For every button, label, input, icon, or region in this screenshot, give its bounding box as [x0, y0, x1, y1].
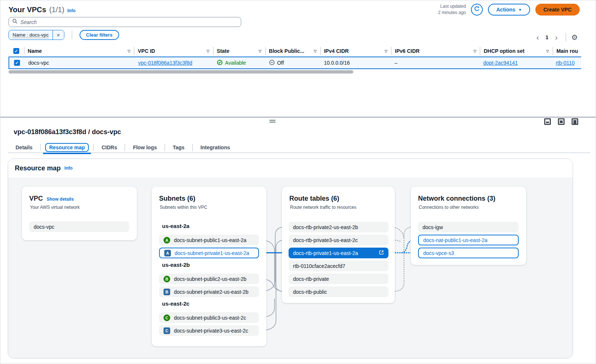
- pagination: ‹ 1 › ⚙: [533, 33, 578, 42]
- column-header-vpc-id[interactable]: VPC ID▽: [134, 45, 213, 57]
- az-label-us-east-2a: us-east-2a: [162, 223, 189, 229]
- create-vpc-button[interactable]: Create VPC: [535, 4, 580, 16]
- page-title: Your VPCs: [9, 6, 46, 14]
- column-header-ipv4-cidr[interactable]: IPv4 CIDR▽: [320, 45, 391, 57]
- filter-chip-label[interactable]: Name : docs-vpc: [9, 30, 53, 40]
- filter-chip-remove-icon[interactable]: ×: [53, 30, 64, 40]
- next-page-button[interactable]: ›: [552, 33, 560, 42]
- column-header-block-public[interactable]: Block Public...▽: [265, 45, 320, 57]
- prev-page-button[interactable]: ‹: [533, 33, 542, 42]
- info-link[interactable]: Info: [67, 8, 75, 13]
- panel-layout-split-icon[interactable]: [558, 118, 565, 125]
- resource-map-container: Resource map Info: [8, 159, 573, 358]
- connection-node-nat-highlighted[interactable]: docs-nat-public1-us-east-2a: [418, 235, 519, 245]
- subnet-node-public3[interactable]: C docs-subnet-public3-us-east-2c: [159, 312, 259, 323]
- az-label-us-east-2c: us-east-2c: [162, 300, 189, 307]
- network-connections-card-title: Network connections (3): [418, 195, 495, 203]
- filter-divider: [72, 30, 72, 40]
- tab-details[interactable]: Details: [8, 142, 40, 153]
- column-header-name[interactable]: Name▽: [24, 45, 134, 57]
- private-subnet-icon: C: [164, 327, 170, 334]
- sort-icon[interactable]: ▽: [206, 49, 209, 53]
- public-subnet-icon: C: [164, 314, 170, 321]
- main-route-table-link[interactable]: rtb-0110: [556, 60, 575, 66]
- column-header-dhcp-option-set[interactable]: DHCP option set▽: [480, 45, 553, 57]
- tab-integrations[interactable]: Integrations: [193, 142, 238, 153]
- route-table-node-main[interactable]: rtb-0110cface2acecfd7: [289, 261, 388, 271]
- split-panel-drag-handle[interactable]: [269, 120, 276, 123]
- vpc-node[interactable]: docs-vpc: [29, 221, 129, 232]
- route-tables-card: Route tables (6) Route network traffic t…: [282, 187, 395, 303]
- private-subnet-icon: B: [164, 289, 170, 295]
- table-settings-gear-icon[interactable]: ⚙: [571, 33, 578, 41]
- row-checkbox-cell: ✓: [9, 60, 25, 66]
- actions-button[interactable]: Actions ▼: [488, 4, 530, 16]
- column-header-main-route-table[interactable]: Main rou: [553, 45, 581, 57]
- filter-chip: Name : docs-vpc ×: [9, 30, 64, 40]
- panel-layout-bottom-icon[interactable]: [544, 118, 551, 125]
- sort-icon[interactable]: ▽: [128, 49, 131, 53]
- refresh-button[interactable]: [471, 4, 483, 16]
- subnet-node-private3[interactable]: C docs-subnet-private3-us-east-2c: [159, 325, 259, 336]
- panel-layout-controls: [544, 118, 578, 125]
- subnets-card-title: Subnets (6): [159, 195, 195, 203]
- route-table-node-public[interactable]: docs-rtb-public: [289, 286, 388, 297]
- tab-flow-logs[interactable]: Flow logs: [125, 142, 165, 153]
- search-input[interactable]: [20, 19, 238, 25]
- public-subnet-icon: B: [164, 276, 170, 282]
- route-table-node-private[interactable]: docs-rtb-private: [289, 273, 388, 284]
- cell-main-route-table: rtb-0110: [552, 60, 581, 66]
- subnet-node-private2[interactable]: B docs-subnet-private2-us-east-2b: [159, 286, 259, 297]
- vpc-card-title: VPC: [29, 195, 43, 203]
- subnet-node-private1-selected[interactable]: A docs-subnet-private1-us-east-2a: [159, 248, 259, 258]
- vpc-id-link[interactable]: vpc-018f086a13f3c3f8d: [138, 60, 192, 66]
- header-checkbox-cell: ✓: [9, 45, 24, 57]
- table-row[interactable]: ✓ docs-vpc vpc-018f086a13f3c3f8d Availab…: [9, 57, 581, 69]
- sort-icon[interactable]: ▽: [474, 49, 477, 53]
- column-header-ipv6-cidr[interactable]: IPv6 CIDR▽: [391, 45, 480, 57]
- page-header: Your VPCs (1/1) Info: [9, 6, 75, 14]
- private-subnet-icon: A: [164, 250, 171, 256]
- vpc-console-screen: Your VPCs (1/1) Info Last updated 2 minu…: [0, 0, 596, 364]
- external-link-icon[interactable]: [379, 250, 384, 256]
- cell-name: docs-vpc: [25, 60, 135, 66]
- sort-icon[interactable]: ▽: [314, 49, 317, 53]
- cell-vpc-id: vpc-018f086a13f3c3f8d: [134, 60, 213, 66]
- tab-cidrs[interactable]: CIDRs: [94, 142, 125, 153]
- available-check-icon: [217, 59, 223, 67]
- sort-icon[interactable]: ▽: [259, 49, 262, 53]
- detail-panel-title: vpc-018f086a13f3c3f8d / docs-vpc: [14, 128, 121, 136]
- resource-map-title: Resource map: [15, 164, 61, 172]
- cell-dhcp-option-set: dopt-2ac94141: [479, 60, 552, 66]
- row-checkbox[interactable]: ✓: [14, 60, 20, 66]
- current-page[interactable]: 1: [543, 34, 551, 40]
- dhcp-option-set-link[interactable]: dopt-2ac94141: [483, 60, 518, 66]
- tab-resource-map[interactable]: Resource map: [41, 142, 93, 153]
- horizontal-scrollbar[interactable]: [9, 70, 353, 74]
- show-details-link[interactable]: Show details: [47, 197, 74, 202]
- clear-filters-button[interactable]: Clear filters: [80, 30, 119, 40]
- route-table-node-private3[interactable]: docs-rtb-private3-us-east-2c: [289, 235, 388, 245]
- sort-icon[interactable]: ▽: [546, 49, 549, 53]
- network-connections-card-subtitle: Connections to other networks: [419, 205, 526, 210]
- route-table-node-private2[interactable]: docs-rtb-private2-us-east-2b: [289, 222, 388, 232]
- cell-block-public: Off: [265, 59, 320, 67]
- resource-map-info-link[interactable]: Info: [64, 166, 73, 171]
- subnet-node-public1[interactable]: A docs-subnet-public1-us-east-2a: [159, 235, 259, 245]
- sort-icon[interactable]: ▽: [385, 49, 388, 53]
- panel-layout-full-icon[interactable]: [572, 118, 578, 125]
- cell-state: Available: [213, 59, 265, 67]
- connection-node-igw[interactable]: docs-igw: [418, 222, 519, 232]
- route-tables-card-subtitle: Route network traffic to resources: [290, 205, 395, 210]
- route-table-node-private1-selected[interactable]: docs-rtb-private1-us-east-2a: [289, 248, 388, 258]
- tab-tags[interactable]: Tags: [165, 142, 192, 153]
- subnet-node-public2[interactable]: B docs-subnet-public2-us-east-2b: [159, 273, 259, 284]
- column-header-state[interactable]: State▽: [213, 45, 265, 57]
- cell-ipv6-cidr: –: [391, 60, 480, 66]
- select-all-checkbox[interactable]: ✓: [13, 48, 19, 54]
- split-panel-divider: [0, 117, 596, 118]
- connection-node-vpce-s3-highlighted[interactable]: docs-vpce-s3: [418, 248, 519, 258]
- filter-row: Name : docs-vpc × Clear filters: [9, 30, 119, 40]
- off-minus-icon: [269, 59, 275, 67]
- caret-down-icon: ▼: [518, 8, 522, 12]
